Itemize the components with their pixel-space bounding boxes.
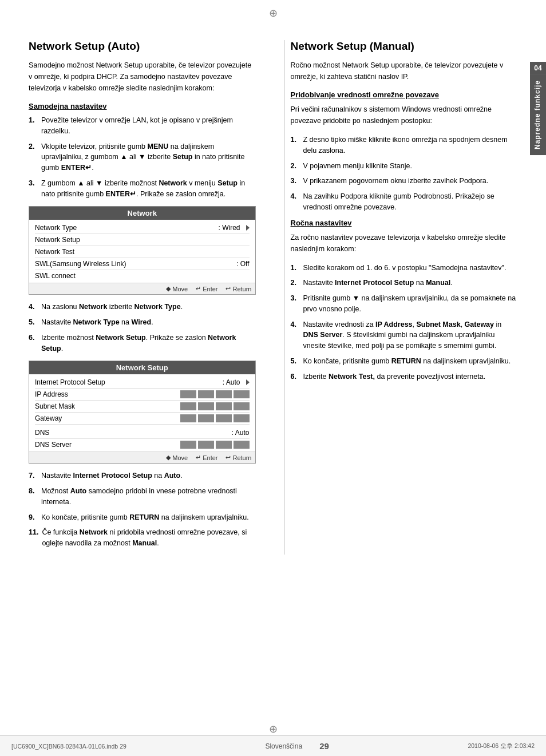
list-item: 4. Na zaslonu Network izberite Network T… bbox=[29, 302, 256, 312]
main-content: Network Setup (Auto) Samodejno možnost N… bbox=[29, 40, 517, 555]
ip-block-4 bbox=[234, 390, 250, 398]
gateway-blocks bbox=[180, 414, 250, 422]
list-item: 5. Nastavite Network Type na Wired. bbox=[29, 317, 256, 328]
ip-block-3 bbox=[216, 390, 232, 398]
list-item: 3. V prikazanem pogovornem oknu izberite… bbox=[291, 176, 518, 187]
list-item: 11. Če funkcija Network ni pridobila vre… bbox=[29, 527, 256, 549]
page-number: 29 bbox=[319, 741, 329, 751]
network-menu-title: Network bbox=[29, 207, 255, 220]
page-container: ⊕ 04 Napredne funkcije Network Setup (Au… bbox=[0, 0, 546, 756]
right-intro-3: Za ročno nastavitev povezave televizorja… bbox=[291, 232, 518, 255]
right-steps-2: 1. Sledite korakom od 1. do 6. v postopk… bbox=[291, 263, 518, 382]
ip-block-2 bbox=[198, 414, 214, 422]
ip-block-4 bbox=[234, 402, 250, 410]
ip-block-1 bbox=[180, 441, 196, 449]
list-item: 9. Ko končate, pritisnite gumb RETURN na… bbox=[29, 512, 256, 523]
right-sub-heading-1: Pridobivanje vrednosti omrežne povezave bbox=[291, 90, 518, 99]
menu-row-dns: DNS : Auto bbox=[35, 427, 250, 439]
network-setup-menu-box: Network Setup Internet Protocol Setup : … bbox=[29, 361, 256, 464]
ip-block-1 bbox=[180, 402, 196, 410]
ip-block-3 bbox=[216, 414, 232, 422]
list-item: 4. Na zavihku Podpora kliknite gumb Podr… bbox=[291, 191, 518, 213]
menu-row-swl-connect: SWL connect bbox=[35, 270, 250, 282]
ip-block-1 bbox=[180, 390, 196, 398]
list-item: 8. Možnost Auto samodejno pridobi in vne… bbox=[29, 486, 256, 508]
ip-block-1 bbox=[180, 414, 196, 422]
chapter-number: 04 bbox=[530, 62, 546, 74]
list-item: 1. Z desno tipko miške kliknite ikono om… bbox=[291, 134, 518, 156]
list-item: 3. Pritisnite gumb ▼ na daljinskem uprav… bbox=[291, 293, 518, 315]
menu-row-subnet: Subnet Mask bbox=[35, 401, 250, 413]
left-steps-2: 4. Na zaslonu Network izberite Network T… bbox=[29, 302, 256, 354]
left-intro: Samodejno možnost Network Setup uporabit… bbox=[29, 60, 256, 94]
left-steps-final: 7. Nastavite Internet Protocol Setup na … bbox=[29, 470, 256, 549]
network-menu-box: Network Network Type : Wired Network Set… bbox=[29, 206, 256, 295]
left-column: Network Setup (Auto) Samodejno možnost N… bbox=[29, 40, 262, 555]
ip-block-2 bbox=[198, 441, 214, 449]
right-intro-2: Pri večini računalnikov s sistemom Windo… bbox=[291, 104, 518, 126]
ip-blocks bbox=[180, 390, 250, 398]
list-item: 2. Vklopite televizor, pritisnite gumb M… bbox=[29, 141, 256, 173]
menu-row-network-type: Network Type : Wired bbox=[35, 222, 250, 234]
right-sub-heading-2: Ročna nastavitev bbox=[291, 219, 518, 227]
return-icon: ↩ bbox=[225, 285, 231, 292]
network-setup-menu-title: Network Setup bbox=[29, 361, 255, 374]
left-steps-1: 1. Povežite televizor v omrežje LAN, kot… bbox=[29, 115, 256, 199]
right-steps-1: 1. Z desno tipko miške kliknite ikono om… bbox=[291, 134, 518, 213]
ip-block-4 bbox=[234, 441, 250, 449]
ip-block-2 bbox=[198, 390, 214, 398]
right-intro: Ročno možnost Network Setup uporabite, č… bbox=[291, 60, 518, 82]
chapter-label: Napredne funkcije bbox=[530, 74, 546, 155]
footer-bar: [UC6900_XC]BN68-02843A-01L06.indb 29 Slo… bbox=[0, 735, 546, 756]
enter-icon: ↵ bbox=[196, 285, 201, 292]
dns-blocks bbox=[180, 441, 250, 449]
network-menu-footer: ◆ Move ↵ Enter ↩ Return bbox=[29, 283, 255, 294]
top-crosshair-icon: ⊕ bbox=[269, 7, 278, 19]
arrow-right-icon bbox=[246, 379, 250, 385]
menu-row-ips: Internet Protocol Setup : Auto bbox=[35, 377, 250, 389]
list-item: 1. Sledite korakom od 1. do 6. v postopk… bbox=[291, 263, 518, 274]
left-section-title: Network Setup (Auto) bbox=[29, 40, 256, 53]
list-item: 7. Nastavite Internet Protocol Setup na … bbox=[29, 470, 256, 481]
ip-block-2 bbox=[198, 402, 214, 410]
list-item: 5. Ko končate, pritisnite gumb RETURN na… bbox=[291, 356, 518, 367]
bottom-crosshair-icon: ⊕ bbox=[269, 723, 278, 735]
ip-block-4 bbox=[234, 414, 250, 422]
right-section-title: Network Setup (Manual) bbox=[291, 40, 518, 53]
arrow-right-icon bbox=[246, 225, 250, 231]
left-sub-heading: Samodejna nastavitev bbox=[29, 102, 256, 110]
list-item: 6. Izberite možnost Network Setup. Prika… bbox=[29, 333, 256, 354]
right-column: Network Setup (Manual) Ročno možnost Net… bbox=[284, 40, 518, 555]
list-item: 3. Z gumbom ▲ ali ▼ izberite možnost Net… bbox=[29, 178, 256, 200]
menu-row-dns-server: DNS Server bbox=[35, 439, 250, 450]
list-item: 4. Nastavite vrednosti za IP Address, Su… bbox=[291, 319, 518, 351]
menu-row-network-test: Network Test bbox=[35, 246, 250, 258]
footer-left-text: [UC6900_XC]BN68-02843A-01L06.indb 29 bbox=[11, 743, 126, 750]
page-language: Slovenščina bbox=[265, 742, 302, 750]
network-setup-menu-footer: ◆ Move ↵ Enter ↩ Return bbox=[29, 452, 255, 463]
move-icon: ◆ bbox=[166, 454, 171, 461]
footer-right-text: 2010-08-06 오후 2:03:42 bbox=[468, 742, 535, 750]
list-item: 2. Nastavite Internet Protocol Setup na … bbox=[291, 278, 518, 288]
menu-row-ip: IP Address bbox=[35, 389, 250, 401]
list-item: 1. Povežite televizor v omrežje LAN, kot… bbox=[29, 115, 256, 137]
return-icon: ↩ bbox=[225, 454, 231, 461]
network-setup-menu-body: Internet Protocol Setup : Auto IP Addres… bbox=[29, 374, 255, 452]
subnet-blocks bbox=[180, 402, 250, 410]
enter-icon: ↵ bbox=[196, 454, 201, 461]
list-item: 6. Izberite Network Test, da preverite p… bbox=[291, 371, 518, 382]
move-icon: ◆ bbox=[166, 285, 171, 292]
ip-block-3 bbox=[216, 441, 232, 449]
menu-row-network-setup: Network Setup bbox=[35, 234, 250, 246]
network-menu-body: Network Type : Wired Network Setup Netwo… bbox=[29, 220, 255, 283]
menu-row-swl: SWL(Samsung Wireless Link) : Off bbox=[35, 258, 250, 270]
list-item: 2. V pojavnem meniju kliknite Stanje. bbox=[291, 161, 518, 172]
menu-row-gateway: Gateway bbox=[35, 413, 250, 425]
ip-block-3 bbox=[216, 402, 232, 410]
